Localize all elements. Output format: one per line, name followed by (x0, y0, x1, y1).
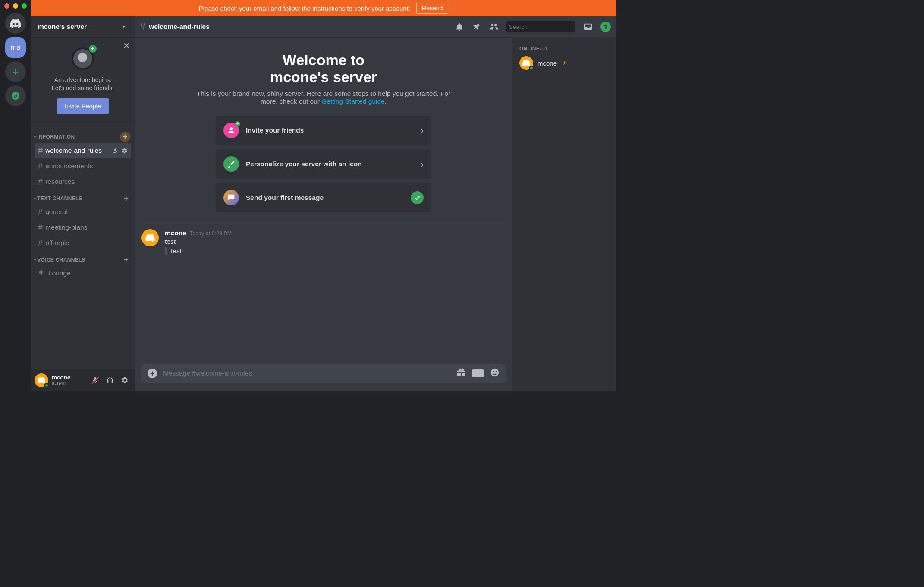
card-personalize-icon[interactable]: Personalize your server with an icon › (216, 149, 431, 179)
status-online-icon (44, 383, 49, 388)
user-panel: mcone #0048 (31, 369, 135, 391)
welcome-block: Welcome to mcone's server This is your b… (194, 52, 453, 105)
search-input[interactable] (509, 24, 582, 30)
invite-line-1: An adventure begins. (35, 76, 130, 84)
close-icon[interactable]: ✕ (123, 41, 130, 51)
invite-people-button[interactable]: Invite People (57, 98, 109, 114)
mute-button[interactable] (89, 374, 102, 387)
message-input[interactable] (163, 369, 450, 377)
members-icon[interactable] (489, 22, 499, 32)
traffic-lights (4, 3, 27, 9)
chevron-down-icon (120, 23, 128, 31)
guild-item-current[interactable]: ms (5, 37, 26, 58)
messages-scroller[interactable]: Welcome to mcone's server This is your b… (135, 37, 512, 364)
channel-off-topic[interactable]: # off-topic (35, 236, 131, 251)
server-header[interactable]: mcone's server (31, 16, 135, 37)
hash-icon: # (38, 161, 43, 171)
getting-started-link[interactable]: Getting Started guide (321, 98, 385, 105)
message: mcone Today at 9:23 PM test test (141, 227, 506, 259)
channel-title: welcome-and-rules (149, 23, 209, 31)
message-timestamp: Today at 9:23 PM (190, 230, 232, 237)
deafen-button[interactable] (104, 374, 116, 387)
home-button[interactable] (5, 13, 26, 34)
category-information[interactable]: ▾INFORMATION + (31, 127, 135, 143)
guild-rail: ms + (0, 0, 31, 391)
invite-art: + (70, 46, 96, 72)
onboarding-cards: + Invite your friends › Personaliz (216, 116, 431, 212)
attach-button[interactable]: + (148, 369, 157, 378)
hash-icon: # (38, 223, 43, 233)
members-list: ONLINE—1 mcone ♔ (512, 37, 616, 391)
welcome-title-1: Welcome to (283, 52, 365, 68)
create-channel-button[interactable]: + (122, 256, 130, 265)
message-quote: test (165, 247, 506, 255)
chat-header: # welcome-and-rules ? (135, 16, 616, 37)
gift-icon[interactable] (456, 368, 466, 379)
chat-icon (223, 190, 239, 205)
pin-icon[interactable] (472, 22, 481, 32)
verify-email-banner: Please check your email and follow the i… (31, 0, 616, 16)
user-name: mcone (52, 375, 71, 381)
hash-icon: # (38, 207, 43, 217)
window-minimize-button[interactable] (13, 3, 18, 9)
avatar[interactable] (35, 373, 48, 387)
speaker-icon (38, 268, 46, 278)
search-box[interactable] (506, 21, 575, 32)
user-tag: #0048 (52, 381, 71, 386)
create-channel-button[interactable]: + (120, 132, 130, 142)
create-channel-button[interactable]: + (122, 194, 130, 203)
invite-card: ✕ + An adventure begins. Let's add some … (31, 37, 135, 123)
add-server-button[interactable]: + (5, 61, 26, 82)
hash-icon: # (140, 21, 145, 33)
avatar (519, 56, 533, 70)
inbox-icon[interactable] (583, 22, 593, 32)
message-author[interactable]: mcone (165, 229, 186, 237)
window-zoom-button[interactable] (22, 3, 27, 9)
crown-icon: ♔ (562, 60, 567, 66)
gear-icon[interactable] (121, 148, 128, 154)
channels-scroller[interactable]: ▾INFORMATION + # welcome-and-rules # ann (31, 123, 135, 369)
category-voice-channels[interactable]: ▾VOICE CHANNELS + (31, 251, 135, 265)
card-invite-friends[interactable]: + Invite your friends › (216, 116, 431, 145)
category-text-channels[interactable]: ▾TEXT CHANNELS + (31, 190, 135, 204)
channel-lounge[interactable]: Lounge (35, 266, 131, 281)
hash-icon: # (38, 238, 43, 248)
help-button[interactable]: ? (600, 22, 611, 32)
channel-welcome-and-rules[interactable]: # welcome-and-rules (35, 143, 131, 158)
composer: + GIF (135, 364, 512, 391)
welcome-title-2: mcone's server (270, 69, 377, 85)
resend-button[interactable]: Resend (416, 3, 448, 14)
divider (141, 223, 506, 223)
user-settings-button[interactable] (118, 374, 131, 387)
server-name: mcone's server (38, 23, 87, 31)
card-first-message[interactable]: Send your first message (216, 183, 431, 212)
channel-announcements[interactable]: # announcements (35, 159, 131, 174)
invite-icon: + (223, 123, 239, 138)
guild-initials: ms (11, 43, 21, 52)
member-name: mcone (537, 60, 557, 67)
banner-text: Please check your email and follow the i… (199, 5, 410, 12)
channel-general[interactable]: # general (35, 205, 131, 220)
member-item[interactable]: mcone ♔ (516, 54, 613, 72)
members-group-label: ONLINE—1 (516, 44, 613, 54)
create-invite-icon[interactable] (112, 148, 119, 154)
channel-sidebar: mcone's server ✕ + An adventure begins. … (31, 16, 135, 391)
invite-line-2: Let's add some friends! (35, 84, 130, 92)
hash-icon: # (38, 177, 43, 187)
status-online-icon (529, 66, 534, 71)
channel-meeting-plans[interactable]: # meeting-plans (35, 220, 131, 235)
chat-area: # welcome-and-rules ? (135, 16, 616, 391)
check-icon (411, 191, 424, 204)
chevron-right-icon: › (421, 159, 424, 169)
window-close-button[interactable] (4, 3, 9, 9)
channel-resources[interactable]: # resources (35, 174, 131, 189)
chevron-right-icon: › (421, 126, 424, 136)
emoji-icon[interactable] (490, 368, 500, 379)
explore-servers-button[interactable] (5, 85, 26, 106)
gif-button[interactable]: GIF (472, 369, 484, 377)
bell-icon[interactable] (455, 22, 464, 32)
brush-icon (223, 156, 239, 172)
avatar[interactable] (141, 229, 159, 246)
message-content: test (165, 238, 506, 246)
hash-icon: # (38, 146, 43, 156)
